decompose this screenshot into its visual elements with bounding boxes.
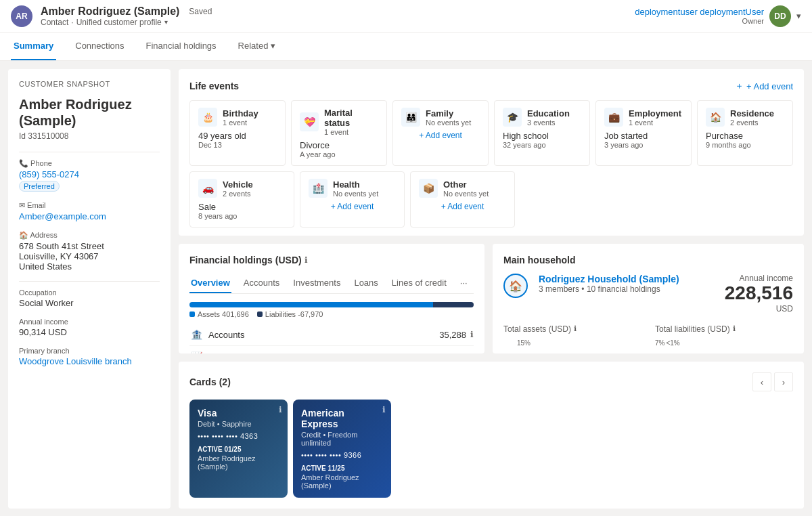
header-left: AR Amber Rodriguez (Sample) Saved Contac… — [11, 5, 212, 27]
header-chevron-icon[interactable]: ▾ — [796, 11, 801, 21]
email-label: ✉ Email — [19, 201, 160, 210]
contact-subtitle[interactable]: Contact · Unified customer profile ▾ — [41, 18, 212, 27]
cards-nav-arrows: ‹ › — [752, 372, 793, 391]
address-section: 🏠 Address 678 South 41st Street Louisvil… — [19, 231, 160, 272]
branch-value[interactable]: Woodgrove Louisville branch — [19, 356, 132, 366]
contact-name: Amber Rodriguez (Sample) — [41, 5, 179, 18]
address-line3: United States — [19, 261, 160, 272]
accounts-info-icon[interactable]: ℹ — [470, 330, 474, 339]
financial-holdings-panel: Financial holdings (USD) ℹ Overview Acco… — [179, 244, 484, 353]
visa-status: ACTIVE 01/25 — [198, 446, 279, 453]
visa-info-button[interactable]: ℹ — [279, 405, 282, 414]
add-event-button[interactable]: ＋ + Add event — [735, 80, 793, 92]
occupation-value: Social Worker — [19, 298, 160, 308]
amex-brand: American Express — [301, 408, 383, 429]
life-event-other: 📦 Other No events yet + Add event — [410, 171, 515, 228]
household-avatar: 🏠 — [503, 274, 528, 298]
liabilities-donut-wrapper: 7% <1% — [655, 339, 743, 353]
tab-lines-of-credit[interactable]: Lines of credit — [390, 274, 448, 293]
tab-summary[interactable]: Summary — [11, 33, 56, 60]
financial-header: Financial holdings (USD) ℹ — [189, 255, 474, 265]
other-icon: 📦 — [419, 179, 438, 198]
income-section: Annual income 90,314 USD — [19, 318, 160, 337]
income-value: 90,314 USD — [19, 327, 160, 337]
cards-count: (2) — [219, 377, 231, 387]
household-meta: 3 members • 10 financial holdings — [539, 284, 679, 294]
address-line1: 678 South 41st Street — [19, 241, 160, 251]
household-name[interactable]: Rodriguez Household (Sample) — [539, 274, 679, 284]
email-section: ✉ Email Amber@example.com — [19, 201, 160, 221]
annual-income-currency: USD — [725, 304, 793, 314]
amex-info-button[interactable]: ℹ — [382, 405, 386, 414]
phone-label: 📞 Phone — [19, 159, 160, 168]
right-content: Life events ＋ + Add event 🎂 Birthday 1 e… — [179, 69, 804, 509]
assets-pct-15: 15% — [517, 339, 531, 347]
investments-icon: 📈 — [189, 351, 203, 353]
annual-income-section: Annual income 228,516 USD — [725, 274, 793, 314]
life-event-health: 🏥 Health No events yet + Add event — [300, 171, 405, 228]
cards-next-button[interactable]: › — [774, 372, 793, 391]
tab-financial-holdings[interactable]: Financial holdings — [143, 33, 219, 60]
assets-info-icon[interactable]: ℹ — [574, 324, 577, 333]
liabilities-pct-7: 7% — [655, 339, 664, 347]
add-other-event-link[interactable]: + Add event — [419, 202, 506, 211]
address-line2: Louisville, KY 43067 — [19, 251, 160, 261]
financial-info-icon[interactable]: ℹ — [304, 255, 308, 265]
assets-bar — [189, 302, 433, 307]
financial-title: Financial holdings (USD) — [189, 255, 302, 265]
tab-more[interactable]: ··· — [459, 274, 469, 293]
visa-number: •••• •••• •••• 4363 — [198, 432, 279, 440]
annual-income-label: Annual income — [725, 274, 793, 283]
annual-income-amount: 228,516 — [725, 283, 793, 304]
user-name: deploymentuser deploymentUser — [635, 7, 764, 17]
cards-prev-button[interactable]: ‹ — [752, 372, 771, 391]
household-title: Main household — [503, 255, 793, 265]
household-header: 🏠 Rodriguez Household (Sample) 3 members… — [503, 274, 793, 314]
employment-icon: 💼 — [604, 108, 623, 127]
health-icon: 🏥 — [309, 179, 328, 198]
tab-overview[interactable]: Overview — [189, 274, 231, 293]
household-details: Rodriguez Household (Sample) 3 members •… — [539, 274, 679, 294]
cards-grid: ℹ Visa Debit • Sapphire •••• •••• •••• 4… — [189, 400, 793, 498]
liabilities-info-icon[interactable]: ℹ — [733, 324, 736, 333]
cards-header: Cards (2) ‹ › — [189, 372, 793, 391]
life-event-education: 🎓 Education 3 events High school 32 year… — [494, 100, 590, 166]
tab-related[interactable]: Related ▾ — [235, 33, 279, 60]
total-assets-chart: Total assets (USD) ℹ 15% — [503, 324, 641, 353]
financial-tabs: Overview Accounts Investments Loans Line… — [189, 274, 474, 294]
visa-type: Debit • Sapphire — [198, 420, 279, 428]
life-events-row2: 🚗 Vehicle 2 events Sale 8 years ago 🏥 — [189, 171, 793, 228]
snapshot-title: Customer snapshot — [19, 80, 160, 88]
amex-type: Credit • Freedom unlimited — [301, 431, 383, 447]
preferred-badge: Preferred — [19, 181, 60, 192]
bar-legend: Assets 401,696 Liabilities -67,970 — [189, 310, 474, 318]
occupation-label: Occupation — [19, 288, 160, 297]
cards-title: Cards — [189, 377, 217, 387]
family-icon: 👨‍👩‍👧 — [401, 108, 420, 127]
add-family-event-link[interactable]: + Add event — [401, 131, 480, 140]
accounts-icon: 🏦 — [189, 329, 203, 340]
financial-row-investments: 📈 Investments 206,346 — [189, 346, 474, 353]
life-event-vehicle: 🚗 Vehicle 2 events Sale 8 years ago — [189, 171, 294, 228]
cards-section: Cards (2) ‹ › ℹ Visa Debit • Sapphire ••… — [179, 362, 804, 509]
amex-status: ACTIVE 11/25 — [301, 465, 383, 472]
liabilities-donut: 72,578 — [655, 348, 743, 353]
user-avatar: DD — [769, 5, 791, 27]
tab-investments[interactable]: Investments — [292, 274, 342, 293]
header: AR Amber Rodriguez (Sample) Saved Contac… — [0, 0, 812, 33]
header-right: deploymentuser deploymentUser Owner DD ▾ — [635, 5, 801, 27]
income-label: Annual income — [19, 318, 160, 326]
tab-connections[interactable]: Connections — [72, 33, 127, 60]
phone-value[interactable]: (859) 555-0274 — [19, 169, 79, 179]
tab-accounts[interactable]: Accounts — [242, 274, 281, 293]
household-panel: Main household 🏠 Rodriguez Household (Sa… — [493, 244, 804, 353]
assets-donut: 240,350 — [503, 348, 591, 353]
liabilities-bar — [433, 302, 474, 307]
tab-loans[interactable]: Loans — [353, 274, 379, 293]
liabilities-pct-1: <1% — [666, 339, 679, 347]
add-health-event-link[interactable]: + Add event — [309, 202, 396, 211]
customer-snapshot-panel: Customer snapshot Amber Rodriguez (Sampl… — [8, 69, 171, 509]
email-value[interactable]: Amber@example.com — [19, 211, 106, 221]
branch-label: Primary branch — [19, 347, 160, 355]
life-event-family: 👨‍👩‍👧 Family No events yet + Add event — [392, 100, 489, 166]
